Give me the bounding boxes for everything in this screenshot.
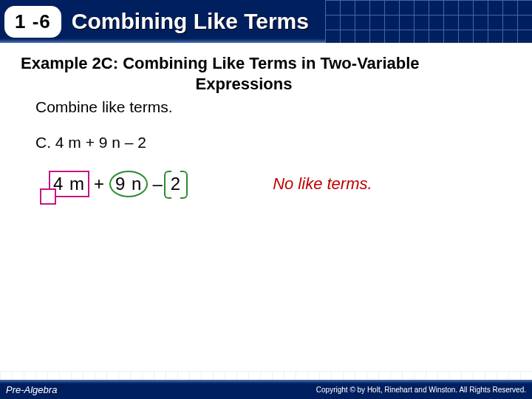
operator-plus: + xyxy=(94,174,105,194)
term-2: 2 xyxy=(168,172,184,196)
problem-label: C. 4 m + 9 n – 2 xyxy=(35,134,511,151)
course-name: Pre-Algebra xyxy=(6,384,57,395)
term-9n: 9 n xyxy=(109,171,148,197)
slide-footer: Pre-Algebra Copyright © by Holt, Rinehar… xyxy=(0,380,532,399)
instruction-text: Combine like terms. xyxy=(35,98,511,116)
term-4m: 4 m xyxy=(49,171,89,197)
footer-grid-decoration xyxy=(0,371,532,380)
slide-content: Example 2C: Combining Like Terms in Two-… xyxy=(0,43,532,197)
example-title-line2: Expressions xyxy=(21,74,511,95)
worked-expression-row: 4 m + 9 n – 2 No like terms. xyxy=(49,171,511,197)
worked-expression: 4 m + 9 n – 2 xyxy=(49,171,184,197)
explanation-text: No like terms. xyxy=(273,174,372,194)
operator-minus: – xyxy=(152,174,163,194)
example-title: Example 2C: Combining Like Terms in Two-… xyxy=(21,53,511,94)
copyright-text: Copyright © by Holt, Rinehart and Winsto… xyxy=(316,386,526,394)
example-title-line1: Example 2C: Combining Like Terms in Two-… xyxy=(21,54,420,72)
slide-header: 1 -6 Combining Like Terms xyxy=(0,0,532,43)
lesson-title: Combining Like Terms xyxy=(72,9,309,34)
header-grid-decoration xyxy=(325,0,532,43)
lesson-number-badge: 1 -6 xyxy=(4,6,61,38)
